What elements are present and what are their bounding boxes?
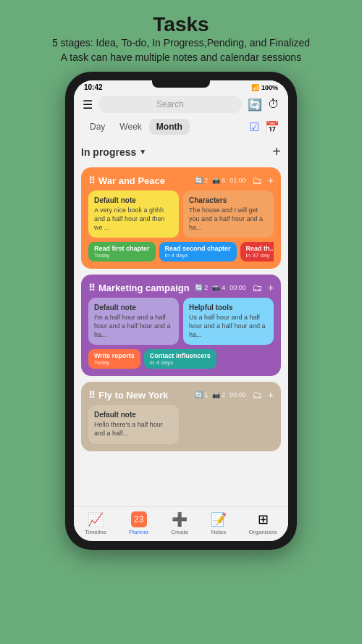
- note-default-war-peace[interactable]: Default note A very nice book a ghhh and…: [88, 191, 179, 238]
- nav-notes[interactable]: 📝 Notes: [211, 511, 227, 535]
- top-bar: ☰ Search 🔄 ⏱: [74, 93, 288, 116]
- section-header: In progress ▼ +: [81, 142, 281, 162]
- chips-war-peace: Read first chapter Today Read second cha…: [88, 242, 274, 262]
- chip-write-reports[interactable]: Write reports Today: [88, 349, 140, 369]
- calendar-icon[interactable]: 📅: [265, 120, 279, 134]
- add-section-button[interactable]: +: [272, 143, 281, 160]
- task-title-fly: ⠿ Fly to New York: [88, 390, 168, 401]
- notes-count-fly: 🔄 1: [195, 391, 208, 398]
- task-title-war-peace: ⠿ War and Peace: [88, 175, 165, 186]
- note-default-fly[interactable]: Default note Hello there's a half hour a…: [88, 405, 179, 443]
- top-bar-icons: 🔄 ⏱: [248, 98, 279, 112]
- nav-timeline[interactable]: 📈 Timeline: [85, 511, 106, 535]
- period-tabs: Day Week Month ☑ 📅: [74, 116, 288, 138]
- note-body-default: A very nice book a ghhh and a half hour …: [94, 206, 173, 232]
- note-body-characters: The house and I will get you and a half …: [189, 206, 268, 232]
- nav-organizers[interactable]: ⊞ Organizers: [248, 511, 277, 535]
- notes-nav-icon: 📝: [211, 511, 227, 527]
- task-card-war-peace: ⠿ War and Peace 🔄 2 📷 6: [81, 167, 281, 269]
- dropdown-arrow-icon[interactable]: ▼: [139, 148, 146, 156]
- nav-timeline-label: Timeline: [85, 529, 106, 535]
- note-title-helpful: Helpful tools: [189, 304, 268, 311]
- period-icons: ☑ 📅: [249, 120, 279, 134]
- add-icon-marketing[interactable]: +: [268, 282, 274, 293]
- notes-grid-war-peace: Default note A very nice book a ghhh and…: [88, 191, 274, 238]
- add-icon-war-peace[interactable]: +: [268, 175, 274, 186]
- note-body-default-m: I'm a half hour and a half hour and a ha…: [94, 314, 173, 339]
- scroll-area: In progress ▼ + ⠿ War and Peace 🔄: [74, 138, 288, 506]
- task-card-marketing: ⠿ Marketing campaign 🔄 2 📷 4: [81, 275, 281, 376]
- task-card-fly-newyork: ⠿ Fly to New York 🔄 1 📷 2: [81, 382, 281, 451]
- note-body-helpful: Us a half hour and a half hour and a hal…: [189, 314, 268, 339]
- status-time: 10:42: [84, 83, 103, 91]
- briefcase-icon-war-peace[interactable]: 🗂: [252, 175, 262, 186]
- phone-screen: 10:42 📶 100% ☰ Search 🔄 ⏱ Day Week Month…: [74, 80, 288, 541]
- add-icon-fly[interactable]: +: [268, 389, 274, 401]
- page-header: Tasks 5 stages: Idea, To-do, In Progress…: [38, 0, 324, 72]
- chip-second-chapter[interactable]: Read second chapter In 4 days: [159, 242, 237, 262]
- status-icons: 📶 100%: [251, 84, 278, 91]
- tab-week[interactable]: Week: [112, 119, 148, 135]
- tab-month[interactable]: Month: [149, 119, 190, 135]
- notes-count-marketing: 🔄 2: [195, 284, 208, 291]
- briefcase-icon-fly[interactable]: 🗂: [252, 389, 262, 401]
- notes-icon-m: 🔄: [195, 284, 203, 291]
- nav-planner-label: Planner: [129, 529, 149, 535]
- task-meta-marketing: 🔄 2 📷 4 00:00: [195, 284, 246, 291]
- note-default-marketing[interactable]: Default note I'm a half hour and a half …: [88, 298, 179, 345]
- search-box[interactable]: Search: [98, 96, 242, 113]
- checklist-icon[interactable]: ☑: [249, 120, 259, 134]
- note-title-default-m: Default note: [94, 304, 173, 311]
- chip-read-third[interactable]: Read th... In 37 day: [240, 242, 274, 262]
- refresh-icon[interactable]: 🔄: [248, 98, 262, 112]
- section-title: In progress ▼: [81, 146, 146, 158]
- note-title-default: Default note: [94, 196, 173, 204]
- menu-icon[interactable]: ☰: [83, 98, 93, 112]
- notes-icon: 🔄: [195, 177, 203, 184]
- nav-planner[interactable]: 23 Planner: [129, 511, 149, 535]
- timeline-icon: 📈: [88, 511, 104, 527]
- phone-frame: 10:42 📶 100% ☰ Search 🔄 ⏱ Day Week Month…: [65, 72, 297, 550]
- task-title-marketing: ⠿ Marketing campaign: [88, 283, 190, 293]
- organizers-icon: ⊞: [258, 511, 269, 527]
- task-actions-marketing: 🔄 2 📷 4 00:00 🗂 +: [195, 282, 274, 293]
- sessions-count-war-peace: 📷 6: [212, 177, 225, 184]
- section-title-text: In progress: [81, 146, 136, 158]
- note-helpful-tools[interactable]: Helpful tools Us a half hour and a half …: [183, 298, 274, 345]
- create-icon: ➕: [172, 511, 188, 527]
- notes-grid-marketing: Default note I'm a half hour and a half …: [88, 298, 274, 345]
- note-title-fly: Default note: [94, 411, 173, 419]
- chip-contact-influencers[interactable]: Contact influencers In 4 days: [144, 349, 216, 369]
- note-title-characters: Characters: [189, 196, 268, 204]
- page-subtitle-1: 5 stages: Idea, To-do, In Progress,Pendi…: [52, 36, 310, 51]
- notes-count-war-peace: 🔄 2: [195, 177, 208, 184]
- calendar-meta-icon: 📷: [212, 177, 220, 184]
- note-body-fly: Hello there's a half hour and a half...: [94, 421, 173, 438]
- sessions-count-fly: 📷 2: [212, 391, 225, 398]
- drag-icon-fly: ⠿: [88, 390, 96, 401]
- task-actions-war-peace: 🔄 2 📷 6 01:00 🗂 +: [195, 175, 274, 186]
- chips-marketing: Write reports Today Contact influencers …: [88, 349, 274, 369]
- notes-grid-fly: Default note Hello there's a half hour a…: [88, 405, 274, 443]
- sessions-count-marketing: 📷 4: [212, 284, 225, 291]
- nav-create-label: Create: [171, 529, 188, 535]
- timer-icon[interactable]: ⏱: [268, 98, 279, 112]
- task-header-war-peace: ⠿ War and Peace 🔄 2 📷 6: [88, 175, 274, 186]
- nav-notes-label: Notes: [211, 529, 226, 535]
- drag-icon-marketing: ⠿: [88, 283, 96, 293]
- nav-organizers-label: Organizers: [248, 529, 277, 535]
- nav-create[interactable]: ➕ Create: [171, 511, 188, 535]
- task-meta-war-peace: 🔄 2 📷 6 01:00: [195, 177, 246, 184]
- page-subtitle-2: A task can have multiple notes and calen…: [52, 51, 310, 65]
- tab-day[interactable]: Day: [83, 119, 112, 135]
- page-title: Tasks: [52, 13, 310, 36]
- drag-icon-war-peace: ⠿: [88, 175, 96, 186]
- note-characters[interactable]: Characters The house and I will get you …: [183, 191, 274, 238]
- briefcase-icon-marketing[interactable]: 🗂: [252, 282, 262, 293]
- task-actions-fly: 🔄 1 📷 2 00:00 🗂 +: [195, 389, 274, 401]
- task-meta-fly: 🔄 1 📷 2 00:00: [195, 391, 246, 398]
- chip-first-chapter[interactable]: Read first chapter Today: [88, 242, 156, 262]
- calendar-meta-icon-m: 📷: [212, 284, 220, 291]
- calendar-meta-icon-fly: 📷: [212, 391, 220, 398]
- signal-icon: 📶: [251, 84, 259, 91]
